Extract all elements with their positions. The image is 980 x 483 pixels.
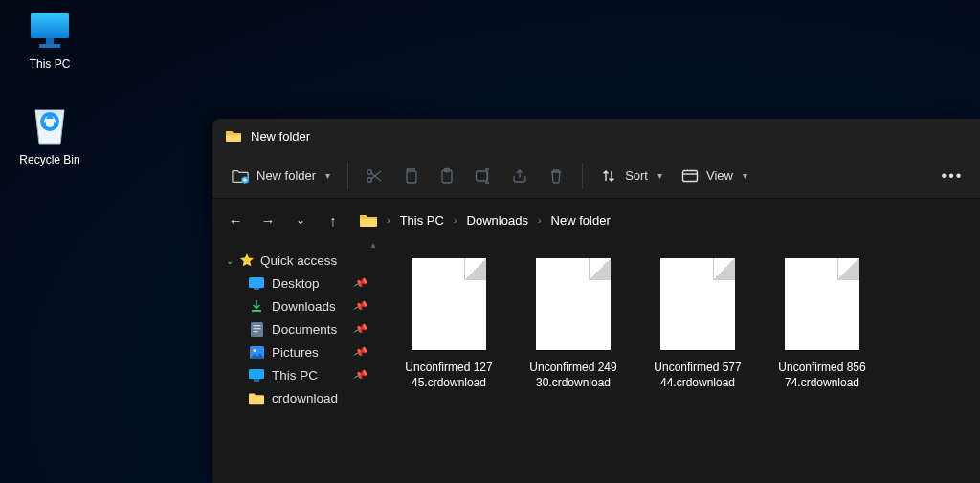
sidebar: ▲ ⌄ Quick access Desktop 📌 Downloads 📌	[212, 241, 379, 483]
svg-point-6	[368, 169, 372, 174]
file-name: Unconfirmed 85674.crdownload	[773, 360, 871, 390]
chevron-right-icon: ›	[387, 214, 390, 226]
chevron-right-icon: ›	[454, 214, 457, 226]
svg-rect-12	[249, 277, 264, 288]
copy-button[interactable]	[392, 162, 429, 190]
pin-icon: 📌	[352, 297, 369, 314]
nav-row: ← → ⌄ ↑ › This PC › Downloads › New fold…	[212, 199, 980, 241]
back-button[interactable]: ←	[226, 212, 245, 229]
folder-icon	[360, 213, 377, 228]
ellipsis-icon: •••	[944, 167, 961, 185]
pin-icon: 📌	[352, 274, 369, 291]
rename-icon	[475, 167, 492, 185]
chevron-down-icon: ⌄	[226, 255, 234, 266]
folder-icon	[226, 129, 241, 143]
new-folder-button[interactable]: New folder ▾	[222, 162, 340, 190]
separator	[582, 163, 583, 189]
window-title: New folder	[251, 129, 310, 143]
titlebar[interactable]: New folder	[212, 119, 980, 153]
file-item[interactable]: Unconfirmed 24930.crdownload	[524, 258, 622, 390]
sidebar-item-label: crdownload	[272, 391, 338, 406]
share-button[interactable]	[501, 162, 538, 190]
chevron-down-icon: ▾	[657, 170, 662, 181]
pin-icon: 📌	[352, 343, 369, 360]
svg-rect-7	[407, 171, 416, 183]
file-icon	[660, 258, 735, 350]
delete-button[interactable]	[538, 162, 574, 190]
file-icon	[785, 258, 859, 350]
desktop-icon-label: Recycle Bin	[11, 153, 88, 166]
pin-icon: 📌	[352, 366, 369, 383]
chevron-right-icon: ›	[538, 214, 542, 226]
svg-rect-1	[31, 13, 69, 38]
new-folder-label: New folder	[256, 168, 316, 183]
sidebar-item-label: Downloads	[272, 299, 336, 314]
sidebar-item-label: Pictures	[272, 345, 319, 360]
sidebar-item-label: This PC	[272, 368, 318, 383]
sidebar-item-downloads[interactable]: Downloads 📌	[222, 295, 375, 318]
sidebar-quick-access[interactable]: ⌄ Quick access	[222, 249, 375, 272]
file-grid[interactable]: Unconfirmed 12745.crdownload Unconfirmed…	[379, 241, 980, 483]
breadcrumb[interactable]: › This PC › Downloads › New folder	[356, 213, 967, 228]
view-button[interactable]: View ▾	[672, 162, 757, 190]
file-icon	[412, 258, 486, 350]
sort-button[interactable]: Sort ▾	[590, 162, 672, 190]
rename-button[interactable]	[465, 162, 501, 190]
crumb-new-folder[interactable]: New folder	[551, 213, 611, 228]
file-item[interactable]: Unconfirmed 85674.crdownload	[773, 258, 871, 390]
separator	[347, 163, 348, 189]
sidebar-section-label: Quick access	[260, 253, 337, 268]
desktop-icon	[249, 275, 264, 291]
crumb-downloads[interactable]: Downloads	[467, 213, 528, 228]
sidebar-item-crdownload[interactable]: crdownload	[222, 386, 375, 409]
view-icon	[681, 167, 699, 185]
more-button[interactable]: •••	[934, 162, 970, 190]
pictures-icon	[249, 344, 264, 360]
trash-icon	[547, 167, 565, 185]
chevron-down-icon: ▾	[325, 170, 330, 181]
desktop-icon-recycle-bin[interactable]: Recycle Bin	[11, 103, 88, 166]
file-name: Unconfirmed 12745.crdownload	[400, 360, 498, 390]
file-icon	[536, 258, 611, 350]
sort-icon	[600, 167, 617, 185]
file-item[interactable]: Unconfirmed 12745.crdownload	[400, 258, 498, 390]
sidebar-item-label: Desktop	[272, 276, 320, 291]
recycle-bin-icon	[27, 103, 73, 149]
sidebar-item-pictures[interactable]: Pictures 📌	[222, 340, 375, 363]
desktop-icon-label: This PC	[11, 57, 88, 71]
explorer-body: ▲ ⌄ Quick access Desktop 📌 Downloads 📌	[212, 241, 980, 483]
up-button[interactable]: ↑	[323, 212, 343, 229]
document-icon	[249, 321, 264, 337]
file-explorer-window: New folder New folder ▾ Sort ▾ View ▾ •	[212, 119, 980, 483]
copy-icon	[402, 167, 419, 185]
chevron-down-icon: ▾	[743, 170, 747, 181]
file-name: Unconfirmed 57744.crdownload	[649, 360, 746, 390]
download-icon	[249, 298, 264, 314]
svg-rect-3	[39, 44, 60, 48]
clipboard-icon	[438, 167, 456, 185]
view-label: View	[706, 168, 733, 183]
paste-button[interactable]	[429, 162, 465, 190]
folder-icon	[249, 390, 264, 406]
svg-point-5	[368, 177, 372, 182]
sidebar-item-desktop[interactable]: Desktop 📌	[222, 272, 375, 295]
recent-button[interactable]: ⌄	[291, 213, 310, 227]
file-item[interactable]: Unconfirmed 57744.crdownload	[649, 258, 746, 390]
desktop-icon-this-pc[interactable]: This PC	[11, 8, 88, 71]
cut-button[interactable]	[356, 162, 392, 190]
star-icon	[239, 252, 255, 268]
monitor-icon	[249, 367, 264, 383]
svg-point-19	[253, 348, 256, 351]
monitor-icon	[27, 8, 73, 54]
sidebar-item-documents[interactable]: Documents 📌	[222, 318, 375, 340]
new-folder-icon	[232, 167, 249, 185]
pin-icon: 📌	[352, 320, 369, 337]
sidebar-item-this-pc[interactable]: This PC 📌	[222, 363, 375, 386]
crumb-this-pc[interactable]: This PC	[400, 213, 444, 228]
svg-rect-13	[254, 288, 259, 290]
sort-label: Sort	[625, 168, 648, 183]
svg-rect-16	[253, 328, 260, 329]
svg-rect-21	[254, 379, 259, 382]
svg-rect-15	[253, 325, 260, 326]
forward-button[interactable]: →	[258, 212, 278, 229]
